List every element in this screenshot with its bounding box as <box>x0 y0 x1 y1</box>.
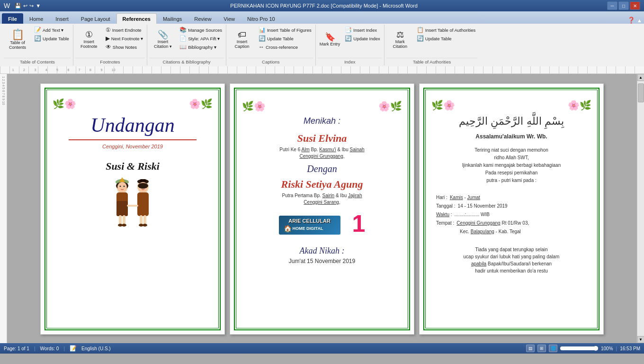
dengan-text: Dengan <box>307 164 337 174</box>
waktu-val: ........:.......... WIB <box>455 210 490 219</box>
ruler-text: 1 2 3 4 5 6 7 8 9 10 <box>8 68 116 72</box>
toa-update-button[interactable]: 🔄 Update Table <box>415 34 478 43</box>
maximize-button[interactable]: □ <box>618 1 629 10</box>
insert-toa-label: Insert Table of Authorities <box>425 27 476 33</box>
groom-desc-ibu: Jajirah <box>348 193 362 198</box>
toc-button[interactable]: 📋 Table of Contents <box>4 26 31 54</box>
citations-stack: 📚 Manage Sources 📄 Style: APA Fift ▾ 📖 B… <box>178 26 224 51</box>
tab-page-layout[interactable]: Page Layout <box>75 13 116 24</box>
next-footnote-button[interactable]: ▶ Next Footnote ▾ <box>104 34 145 43</box>
tab-references[interactable]: References <box>116 13 157 24</box>
sponsor-line2: HOME DIGITAL <box>293 226 323 231</box>
group-index-label: Index <box>318 58 382 64</box>
insert-tof-button[interactable]: 📊 Insert Table of Figures <box>257 26 313 34</box>
event-details: Hari : Kamis - Jumat Tanggal : 14 - 15 N… <box>431 193 591 236</box>
flower-right-icon: 🌸🌿 <box>189 98 213 109</box>
card3-content: 🌿🌸 🌸🌿 بِسْمِ اللَّهِ الرَّحْمَنِ الرَّحِ… <box>424 89 599 279</box>
ribbon-help-icon[interactable]: ❓ <box>627 17 635 24</box>
insert-caption-button[interactable]: 🏷 Insert Caption <box>228 26 256 54</box>
tab-home[interactable]: Home <box>23 13 49 24</box>
document-area[interactable]: 🌿🌸 🌸🌿 Undangan Cenggini, November 2019 S… <box>7 74 637 343</box>
scroll-down-arrow[interactable]: ▼ <box>637 336 644 343</box>
redo-icon[interactable]: ↪ <box>29 3 34 9</box>
update-index-button[interactable]: 🔄 Update Index <box>343 34 382 43</box>
insert-index-button[interactable]: 📑 Insert Index <box>343 26 382 34</box>
ribbon-minimize-icon[interactable]: ▲ <box>637 18 642 23</box>
insert-caption-label: Insert Caption <box>230 40 254 49</box>
insert-index-icon: 📑 <box>345 27 352 33</box>
captions-stack: 📊 Insert Table of Figures 🔄 Update Table… <box>257 26 313 51</box>
captions-update-button[interactable]: 🔄 Update Table <box>257 34 313 43</box>
next-footnote-label: Next Footnote ▾ <box>111 36 143 41</box>
group-index: 🔖 Mark Entry 📑 Insert Index 🔄 Update Ind… <box>316 25 385 65</box>
minimize-button[interactable]: ─ <box>607 1 617 10</box>
view-print-button[interactable]: ▤ <box>526 345 535 352</box>
view-web-button[interactable]: 🌐 <box>549 345 557 352</box>
lang-indicator: English (U.S.) <box>81 346 111 351</box>
scroll-up-arrow[interactable]: ▲ <box>637 74 644 81</box>
manage-sources-button[interactable]: 📚 Manage Sources <box>178 26 224 34</box>
toc-stack: 📝 Add Text ▾ 🔄 Update Table <box>32 26 71 43</box>
assalam-text: Assalamu'alaikum Wr. Wb. <box>475 133 547 140</box>
bride-desc-bp: Kasmu'i <box>319 147 336 152</box>
update-index-label: Update Index <box>353 36 380 41</box>
group-footnotes: ① Insert Footnote ① Insert Endnote ▶ Nex… <box>73 25 147 65</box>
toa-update-label: Update Table <box>425 36 452 41</box>
card3-body1: Teriring niat suci dengan memohon ridho … <box>460 146 563 184</box>
insert-endnote-button[interactable]: ① Insert Endnote <box>104 26 145 34</box>
words-indicator: Words: 0 <box>40 346 59 351</box>
mark-citation-button[interactable]: ⚖ Mark Citation <box>386 26 414 54</box>
number-big: 1 <box>352 210 366 237</box>
manage-sources-label: Manage Sources <box>188 27 222 33</box>
tab-file[interactable]: File <box>2 13 23 24</box>
tab-review[interactable]: Review <box>188 13 217 24</box>
page-indicator: Page: 1 of 1 <box>4 346 29 351</box>
insert-footnote-button[interactable]: ① Insert Footnote <box>75 26 103 54</box>
card2-content: 🌿🌸 🌸🌿 Menikah : Susi Elvina Putri Ke 6 A… <box>235 89 409 269</box>
close-button[interactable]: ✕ <box>630 1 640 10</box>
tab-view[interactable]: View <box>217 13 241 24</box>
toc-update-button[interactable]: 🔄 Update Table <box>32 34 71 43</box>
svg-point-13 <box>122 224 126 227</box>
group-toc: 📋 Table of Contents 📝 Add Text ▾ 🔄 Updat… <box>2 25 73 65</box>
couple-illustration <box>104 175 161 241</box>
cross-reference-button[interactable]: ↔ Cross-reference <box>257 43 313 51</box>
groom-desc-bp: Sairin <box>322 193 335 198</box>
zoom-bar[interactable] <box>560 346 598 350</box>
insert-toa-button[interactable]: 📋 Insert Table of Authorities <box>415 26 478 34</box>
vertical-scrollbar[interactable]: ▲ ▼ <box>637 74 644 343</box>
tab-mailings[interactable]: Mailings <box>157 13 188 24</box>
svg-rect-11 <box>123 215 125 225</box>
quick-save-icon[interactable]: 💾 <box>15 3 21 9</box>
style-button[interactable]: 📄 Style: APA Fift ▾ <box>178 34 224 43</box>
insert-endnote-icon: ① <box>106 27 111 33</box>
group-captions-label: Captions <box>228 58 313 64</box>
status-sep3: | <box>616 346 617 351</box>
custom-quick-icon[interactable]: ▼ <box>36 3 41 9</box>
status-right: ▤ ⊞ 🌐 100% | 16:53 PM <box>526 345 640 352</box>
show-notes-button[interactable]: 👁 Show Notes <box>104 43 145 51</box>
zoom-thumb[interactable] <box>593 346 598 351</box>
scroll-track[interactable] <box>637 81 644 336</box>
bride-name: Susi Elvina <box>297 132 347 145</box>
toc-update-label: Update Table <box>43 36 69 41</box>
card2-flower-right: 🌸🌿 <box>378 100 402 112</box>
insert-tof-label: Insert Table of Figures <box>267 27 312 33</box>
bibliography-button[interactable]: 📖 Bibliography ▾ <box>178 43 224 51</box>
bride-desc: Putri Ke 6 Alm Bp. Kasmu'i & Ibu Sainah … <box>279 146 364 160</box>
scroll-thumb[interactable] <box>638 83 644 102</box>
svg-rect-17 <box>140 179 146 182</box>
status-sep2: | <box>63 346 65 351</box>
tab-nitro[interactable]: Nitro Pro 10 <box>241 13 281 24</box>
groom-desc: Putra Pertama Bp. Sairin & Ibu Jajirah C… <box>282 192 362 206</box>
undo-icon[interactable]: ↩ <box>23 3 27 9</box>
insert-citation-button[interactable]: 📎 Insert Citation ▾ <box>149 26 177 54</box>
mark-entry-button[interactable]: 🔖 Mark Entry <box>318 26 342 54</box>
group-toa-content: ⚖ Mark Citation 📋 Insert Table of Author… <box>386 26 478 57</box>
group-toc-content: 📋 Table of Contents 📝 Add Text ▾ 🔄 Updat… <box>4 26 71 57</box>
insert-toa-icon: 📋 <box>417 27 424 33</box>
add-text-button[interactable]: 📝 Add Text ▾ <box>32 26 71 34</box>
view-full-button[interactable]: ⊞ <box>537 345 546 352</box>
bride-desc-alm: Alm <box>302 147 310 152</box>
tab-insert[interactable]: Insert <box>49 13 75 24</box>
